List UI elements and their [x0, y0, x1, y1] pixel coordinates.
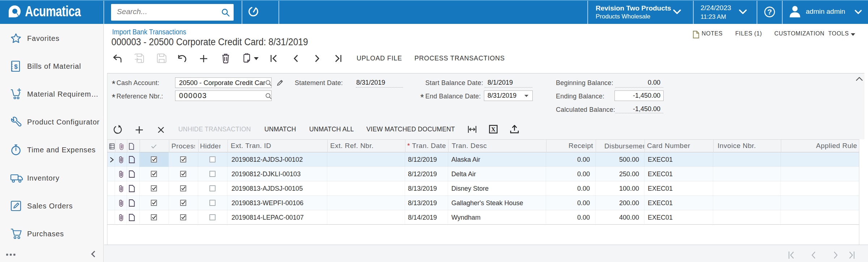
svg-text:X: X	[491, 126, 496, 133]
svg-text:?: ?	[767, 8, 772, 16]
svg-text:$: $	[14, 63, 18, 70]
